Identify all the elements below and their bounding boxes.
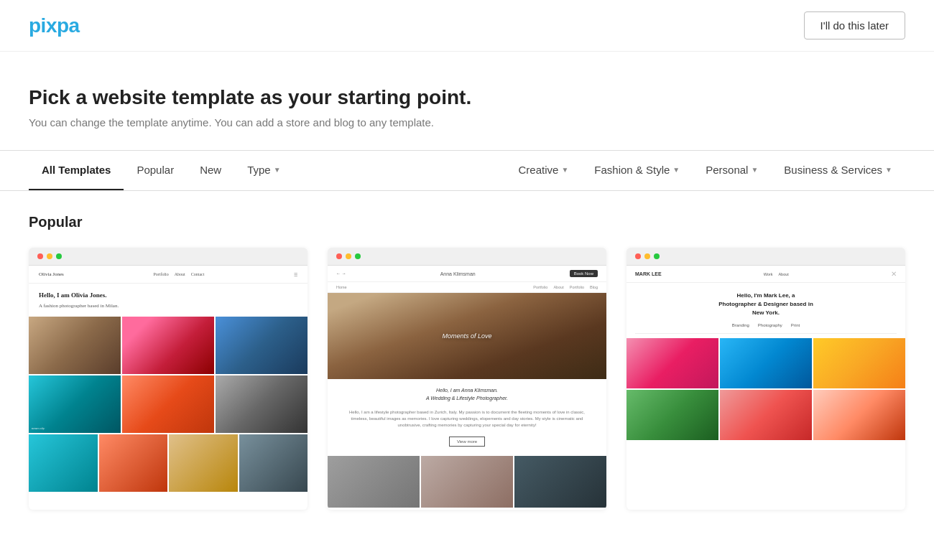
template-preview-2: ← → Anna Klimsman Book Now Home Portfoli… <box>328 266 606 510</box>
chevron-down-icon: ▼ <box>672 166 680 174</box>
browser-chrome-2 <box>328 248 606 266</box>
t2-body-subtitle: Hello, I am a lifestyle photographer bas… <box>328 409 606 429</box>
nav-left: All Templates Popular New Type ▼ <box>29 151 294 190</box>
browser-dot-yellow <box>644 253 650 259</box>
t2-bottom-thumbs <box>328 450 606 508</box>
nav-right: Creative ▼ Fashion & Style ▼ Personal ▼ … <box>506 151 905 190</box>
t1-nav: Portfolio About Contact <box>153 272 204 276</box>
chevron-down-icon: ▼ <box>885 166 892 174</box>
browser-dot-red <box>635 253 641 259</box>
nav-label-creative: Creative <box>519 164 559 176</box>
t2-header: ← → Anna Klimsman Book Now <box>328 266 606 282</box>
t3-mosaic-grid <box>626 334 905 440</box>
nav-label-business-services: Business & Services <box>784 164 882 176</box>
browser-dot-green <box>355 253 361 259</box>
hero-title: Pick a website template as your starting… <box>29 86 905 109</box>
nav-label-popular: Popular <box>137 164 174 176</box>
nav-item-popular[interactable]: Popular <box>124 151 187 190</box>
browser-dot-green <box>654 253 660 259</box>
do-later-button[interactable]: I'll do this later <box>804 11 905 39</box>
t2-hero-image: Moments of Love <box>328 293 606 379</box>
nav-item-business-services[interactable]: Business & Services ▼ <box>771 151 905 190</box>
browser-dot-green <box>56 253 62 259</box>
nav-item-all-templates[interactable]: All Templates <box>29 151 124 190</box>
template-nav: All Templates Popular New Type ▼ Creativ… <box>0 150 934 191</box>
t2-body-text: Hello, I am Anna Klimsman.A Wedding & Li… <box>328 379 606 409</box>
nav-label-new: New <box>200 164 221 176</box>
browser-dot-yellow <box>47 253 52 259</box>
t3-category-nav: Branding Photography Print <box>635 323 897 334</box>
template-card-mark-lee[interactable]: MARK LEE Work About ✕ Hello, I'm Mark Le… <box>626 248 905 510</box>
nav-item-creative[interactable]: Creative ▼ <box>506 151 582 190</box>
nav-item-type[interactable]: Type ▼ <box>234 151 293 190</box>
t1-logo: Olivia Jones <box>39 271 64 277</box>
nav-label-type: Type <box>247 164 271 176</box>
main-content: Popular Olivia Jones Portfolio About Con… <box>0 191 934 533</box>
t3-header: MARK LEE Work About ✕ <box>626 266 905 283</box>
chevron-down-icon: ▼ <box>561 166 568 174</box>
nav-label-fashion-style: Fashion & Style <box>594 164 670 176</box>
browser-chrome-3 <box>626 248 905 266</box>
chevron-down-icon: ▼ <box>751 166 758 174</box>
template-card-olivia-jones[interactable]: Olivia Jones Portfolio About Contact ☰ H… <box>29 248 308 510</box>
browser-chrome <box>29 248 308 266</box>
t1-intro-text: Hello, I am Olivia Jones. A fashion phot… <box>29 284 308 317</box>
template-grid: Olivia Jones Portfolio About Contact ☰ H… <box>29 248 905 510</box>
popular-section-title: Popular <box>29 214 905 230</box>
nav-item-new[interactable]: New <box>187 151 234 190</box>
nav-item-personal[interactable]: Personal ▼ <box>693 151 771 190</box>
nav-item-fashion-style[interactable]: Fashion & Style ▼ <box>581 151 693 190</box>
browser-dot-yellow <box>346 253 351 259</box>
nav-label-all-templates: All Templates <box>42 164 111 176</box>
browser-dot-red <box>336 253 342 259</box>
header: pixpa I'll do this later <box>0 0 934 52</box>
logo: pixpa <box>29 14 80 37</box>
t1-bottom-grid <box>29 434 308 492</box>
t1-header: Olivia Jones Portfolio About Contact ☰ <box>29 266 308 284</box>
template-preview-3: MARK LEE Work About ✕ Hello, I'm Mark Le… <box>626 266 905 510</box>
template-card-anna-klimsman[interactable]: ← → Anna Klimsman Book Now Home Portfoli… <box>328 248 606 510</box>
t1-photo-grid: neon city <box>29 317 308 434</box>
t2-hero-overlay: Moments of Love <box>442 332 491 340</box>
browser-dot-red <box>37 253 43 259</box>
hero-section: Pick a website template as your starting… <box>0 52 934 150</box>
hero-subtitle: You can change the template anytime. You… <box>29 116 905 129</box>
chevron-down-icon: ▼ <box>274 166 281 174</box>
t3-title: Hello, I'm Mark Lee, aPhotographer & Des… <box>626 283 905 323</box>
template-preview-1: Olivia Jones Portfolio About Contact ☰ H… <box>29 266 308 510</box>
nav-label-personal: Personal <box>706 164 748 176</box>
